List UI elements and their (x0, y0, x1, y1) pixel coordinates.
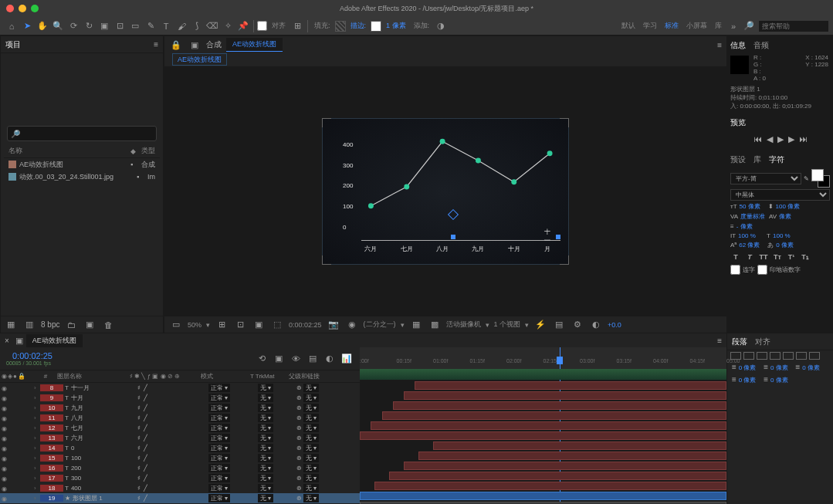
lock-icon[interactable]: 🔒 (169, 38, 183, 52)
workspace-lib[interactable]: 库 (712, 21, 725, 31)
layer-bar[interactable] (382, 411, 727, 420)
new-folder-icon[interactable]: 🗀 (64, 318, 78, 332)
layer-bar[interactable] (374, 482, 726, 490)
snapshot-icon[interactable]: 📷 (327, 318, 340, 332)
help-search-input[interactable] (759, 21, 828, 32)
justify-last-right-icon[interactable] (796, 352, 807, 360)
hindi-checkbox[interactable] (757, 265, 767, 275)
composition-viewer[interactable]: 0100200300400六月七月八月九月十月十一月 (164, 66, 726, 316)
close-window-button[interactable] (6, 5, 14, 12)
tracking-input[interactable]: 像素 (779, 212, 805, 221)
leading-input[interactable]: 100 像素 (776, 202, 802, 211)
timeline-icon[interactable]: ▤ (552, 318, 566, 332)
flowchart-icon[interactable]: ⚙ (571, 318, 584, 332)
timeline-layer-row[interactable]: ◉ › 8 T十一月 ♯╱ 正常 ▾ 无 ▾ ⊚ 无 ▾ (0, 383, 360, 393)
indent-first[interactable]: 0 像素 (770, 364, 788, 371)
audio-tab[interactable]: 音频 (753, 40, 769, 51)
space-before[interactable]: 0 像素 (739, 377, 757, 384)
graph-editor-icon[interactable]: 📊 (340, 352, 354, 366)
stroke-width-input[interactable]: - 像素 (736, 222, 763, 231)
vscale-input[interactable]: 100 % (738, 232, 764, 239)
library-tab[interactable]: 库 (753, 154, 761, 165)
layer-bar[interactable] (415, 381, 726, 390)
frame-blend-icon[interactable]: ▤ (306, 352, 320, 366)
add-menu-icon[interactable]: ◑ (434, 19, 448, 33)
col-source-name[interactable]: 图层名称 (57, 372, 128, 381)
layer-bar[interactable] (389, 472, 726, 480)
last-frame-icon[interactable]: ⏭ (799, 134, 808, 144)
smallcaps-button[interactable]: Tт (772, 252, 783, 262)
align-tab[interactable]: 对齐 (755, 337, 770, 347)
subscript-button[interactable]: T₁ (800, 252, 811, 262)
project-col-name[interactable]: 名称 (8, 146, 130, 156)
align-right-icon[interactable] (757, 352, 767, 360)
region-icon[interactable]: ⬚ (270, 318, 284, 332)
timeline-layer-row[interactable]: ◉ › 16 T200 ♯╱ 正常 ▾ 无 ▾ ⊚ 无 ▾ (0, 463, 360, 473)
ligature-checkbox[interactable] (730, 265, 740, 275)
current-time[interactable]: 0:00:02:25 (289, 321, 322, 329)
workspace-learn[interactable]: 学习 (640, 21, 660, 31)
layer-bar[interactable] (360, 431, 726, 440)
search-layers-icon[interactable]: ⟲ (255, 352, 269, 366)
fill-swatch[interactable] (335, 21, 346, 32)
timeline-tracks[interactable]: :00f00:15f01:00f01:15f02:00f02:15f03:00f… (360, 347, 726, 504)
stroke-swatch[interactable] (371, 21, 381, 32)
clone-tool-icon[interactable]: ⟆ (190, 19, 204, 33)
timeline-layer-row[interactable]: ◉ › 14 T0 ♯╱ 正常 ▾ 无 ▾ ⊚ 无 ▾ (0, 443, 360, 453)
indent-left[interactable]: 0 像素 (739, 364, 757, 371)
new-comp-icon[interactable]: ▣ (83, 318, 97, 332)
layer-bar[interactable] (404, 391, 726, 400)
roi-icon[interactable]: ▦ (409, 318, 423, 332)
layer-bar[interactable] (404, 462, 726, 470)
kerning-input[interactable]: 度量标准 (740, 212, 767, 221)
zoom-value[interactable]: 50% (188, 321, 201, 329)
search-icon[interactable]: 🔎 (742, 19, 756, 33)
faux-italic-button[interactable]: T (744, 252, 755, 262)
bpc-icon[interactable]: ▥ (22, 318, 36, 332)
color-swatch[interactable] (811, 169, 830, 188)
stroke-width[interactable]: 1 像素 (383, 21, 409, 31)
roto-tool-icon[interactable]: ✧ (221, 19, 235, 33)
prev-frame-icon[interactable]: ◀ (767, 134, 773, 144)
mask-icon[interactable]: ▣ (252, 318, 266, 332)
panel-menu-icon[interactable]: ≡ (717, 41, 722, 49)
transparency-icon[interactable]: ▩ (428, 318, 442, 332)
justify-last-center-icon[interactable] (783, 352, 794, 360)
timeline-layer-row[interactable]: ◉ › 19 ★形状图层 1 ♯╱ 正常 ▾ 无 ▾ ⊚ 无 ▾ (0, 493, 360, 503)
paragraph-tab[interactable]: 段落 (732, 337, 747, 347)
panel-menu-icon[interactable]: ≡ (154, 40, 158, 49)
first-frame-icon[interactable]: ⏮ (753, 134, 762, 144)
play-icon[interactable]: ▶ (777, 134, 784, 144)
justify-all-icon[interactable] (809, 352, 820, 360)
selection-tool-icon[interactable]: ➤ (20, 19, 34, 33)
indent-right[interactable]: 0 像素 (802, 364, 820, 371)
space-after[interactable]: 0 像素 (770, 377, 788, 384)
baseline-input[interactable]: 62 像素 (739, 241, 765, 249)
timeline-tab[interactable]: AE动效折线图 (26, 334, 83, 347)
workspace-default[interactable]: 默认 (618, 21, 638, 31)
home-icon[interactable]: ⌂ (5, 19, 19, 33)
pan-behind-tool-icon[interactable]: ⊡ (113, 19, 127, 33)
workspace-standard[interactable]: 标准 (662, 21, 682, 31)
font-weight-select[interactable]: 中黑体 (730, 189, 830, 201)
pen-tool-icon[interactable]: ✎ (144, 19, 157, 33)
project-search[interactable]: 🔎 (7, 126, 157, 141)
composition-canvas[interactable]: 0100200300400六月七月八月九月十月十一月 (322, 118, 569, 265)
project-col-type[interactable]: 类型 (141, 146, 155, 156)
resolution-value[interactable]: (二分之一) (364, 320, 396, 330)
eraser-tool-icon[interactable]: ⌫ (205, 19, 219, 33)
interpret-footage-icon[interactable]: ▦ (4, 318, 18, 332)
project-item[interactable]: 动效.00_03_20_24.Still001.jpg▪Im (4, 171, 160, 183)
camera-value[interactable]: 活动摄像机 (446, 320, 481, 330)
snap-icon[interactable]: ⊞ (290, 19, 304, 33)
hand-tool-icon[interactable]: ✋ (36, 19, 49, 33)
layer-bar[interactable] (393, 401, 726, 410)
zoom-window-button[interactable] (31, 5, 39, 12)
allcaps-button[interactable]: TT (758, 252, 769, 262)
work-area-bar[interactable] (360, 369, 726, 380)
timeline-layer-row[interactable]: ◉ › 17 T300 ♯╱ 正常 ▾ 无 ▾ ⊚ 无 ▾ (0, 473, 360, 483)
shy-icon[interactable]: 👁 (289, 352, 303, 366)
align-center-icon[interactable] (743, 352, 754, 360)
workspace-menu-icon[interactable]: » (726, 19, 740, 33)
comp-mini-icon[interactable]: ▣ (272, 352, 286, 366)
